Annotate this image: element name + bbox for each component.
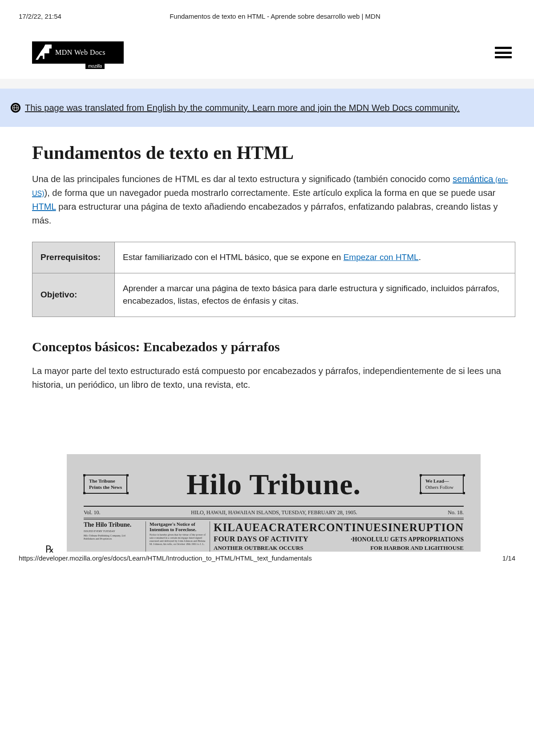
translation-banner: This page was translated from English by…	[0, 89, 534, 127]
dino-icon	[36, 45, 52, 61]
print-doc-title: Fundamentos de texto en HTML - Aprende s…	[170, 12, 380, 20]
print-header: 17/2/22, 21:54 Fundamentos de texto en H…	[0, 0, 534, 24]
section-paragraph: La mayor parte del texto estructurado es…	[32, 364, 515, 392]
np-badge-right: We Lead— Others Follow	[420, 475, 464, 494]
translation-banner-link[interactable]: This page was translated from English by…	[25, 101, 460, 114]
table-row: Prerrequisitos: Estar familiarizado con …	[32, 242, 515, 273]
np-masthead: Hilo Tribune.	[186, 467, 361, 501]
np-foot-glyph: ℞	[45, 544, 54, 555]
np-badge-left: The Tribune Prints the News	[84, 475, 127, 494]
logo-sub: mozilla	[85, 63, 105, 69]
link-html[interactable]: HTML	[32, 202, 56, 211]
print-timestamp: 17/2/22, 21:54	[19, 12, 61, 20]
prereq-table: Prerrequisitos: Estar familiarizado con …	[32, 242, 515, 317]
mdn-logo[interactable]: MDN Web Docs mozilla	[32, 41, 124, 64]
logo-text: MDN Web Docs	[55, 49, 105, 57]
site-header: MDN Web Docs mozilla	[32, 41, 515, 64]
banner-gray	[0, 79, 534, 89]
prereq-value: Estar familiarizado con el HTML básico, …	[115, 242, 515, 273]
section-heading: Conceptos básicos: Encabezados y párrafo…	[32, 339, 515, 354]
footer-page-num: 1/14	[502, 554, 515, 562]
link-empezar-html[interactable]: Empezar con HTML	[344, 252, 419, 262]
menu-icon[interactable]	[495, 47, 512, 58]
objective-value: Aprender a marcar una página de texto bá…	[115, 273, 515, 317]
np-headline: KILAUEA CRATER CONTINUES IN ERUPTION	[214, 521, 464, 534]
table-row: Objetivo: Aprender a marcar una página d…	[32, 273, 515, 317]
prereq-label: Prerrequisitos:	[32, 242, 115, 273]
footer-url: https://developer.mozilla.org/es/docs/Le…	[19, 554, 312, 562]
page-title: Fundamentos de texto en HTML	[32, 142, 515, 163]
newspaper-image: The Tribune Prints the News Hilo Tribune…	[67, 454, 481, 552]
objective-label: Objetivo:	[32, 273, 115, 317]
print-footer: https://developer.mozilla.org/es/docs/Le…	[0, 552, 534, 566]
np-dateline: Vol. 10. HILO, HAWAII, HAWAIIAN ISLANDS,…	[84, 508, 464, 517]
globe-icon	[11, 103, 20, 113]
intro-paragraph: Una de las principales funciones de HTML…	[32, 172, 515, 228]
